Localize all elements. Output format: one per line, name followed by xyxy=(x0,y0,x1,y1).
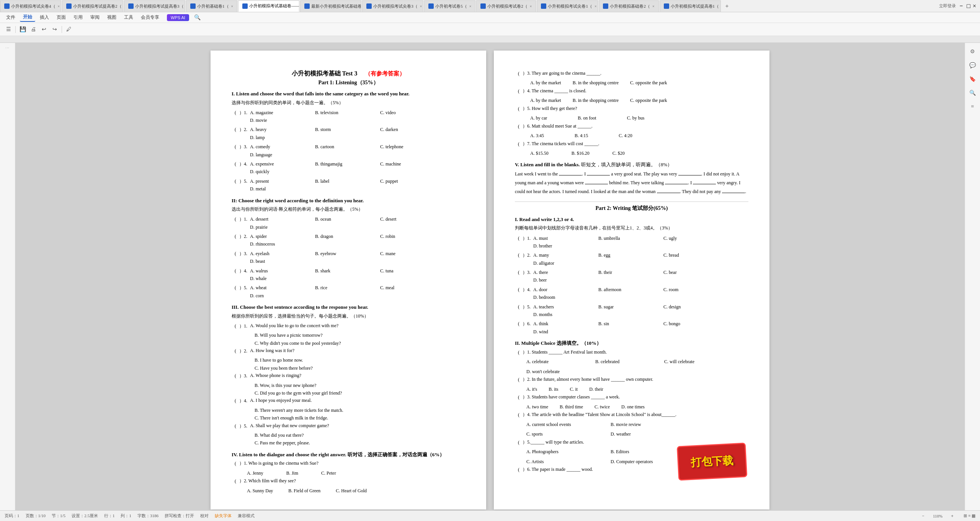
search-icon[interactable]: 🔍 xyxy=(194,14,201,21)
menu-ref[interactable]: 引用 xyxy=(70,13,86,21)
doc-area: 小升初模拟考基础 Test 3 （有参考答案） Part 1: Listenin… xyxy=(15,43,965,517)
sidebar-icon-4[interactable]: 🔍 xyxy=(967,87,978,98)
sidebar-icon-3[interactable]: 🔖 xyxy=(967,74,978,84)
s4-q2: ( ）2. Which film will they see? xyxy=(232,477,465,485)
mc-q2-opts: A. it's B. its C. it D. their xyxy=(526,385,748,394)
status-words: 字数：3186 xyxy=(137,513,158,519)
title-bar: 小升初模拟考试尖卷4（ × 小升初模拟考试提高卷2（ × 小升初模拟考试提高卷3… xyxy=(0,0,980,12)
menu-view[interactable]: 视图 xyxy=(104,13,119,21)
format-painter-icon[interactable]: 🖊 xyxy=(65,26,73,33)
p2-q4-opts: A. by the market B. in the shopping cent… xyxy=(530,97,748,105)
download-badge[interactable]: 打包下载 xyxy=(677,442,747,480)
status-font[interactable]: 缺失字体 xyxy=(215,513,232,519)
page-marker: ⋮ xyxy=(5,46,10,50)
mc-q3: ( ）3. Students have computer classes ___… xyxy=(515,393,748,401)
tab-2[interactable]: 小升初模拟考试提高卷2（ × xyxy=(62,0,123,12)
p2-s1-q6: ( ）6. A. think B. sin C. bongo D. wind xyxy=(515,320,748,336)
status-settings: 设置：2.5厘米 xyxy=(72,513,98,519)
section2-subtitle: 选出与你所听到的词语·释义相符的单词，每小题念两遍。（5%） xyxy=(232,206,465,213)
status-mode[interactable]: 兼容模式 xyxy=(238,513,255,519)
tab-7[interactable]: 小升初模拟考试尖卷3（ × xyxy=(362,0,423,12)
tab-11[interactable]: 小升初模拟基础卷2（ × xyxy=(599,0,658,12)
menu-page[interactable]: 页面 xyxy=(54,13,69,21)
s1-q4: ( ）4. A. expensive B. thingamajig C. mac… xyxy=(232,160,465,176)
p2-section1-subtitle: 判断每组单词中划线部分字母读音有几种，在括号里写上1、2、3或4。（3%） xyxy=(515,224,748,232)
menu-icon[interactable]: ☰ xyxy=(5,26,12,33)
menu-home[interactable]: 开始 xyxy=(20,13,35,22)
mc-q4-opts: A. current school events B. movie review… xyxy=(526,421,748,439)
s3-q3: ( ）3. A. Whose phone is ringing? xyxy=(232,372,465,380)
part1-title: Part 1: Listening（35%） xyxy=(232,79,465,86)
zoom-level: 110% xyxy=(933,514,942,518)
wps-ai-button[interactable]: WPS AI xyxy=(167,14,189,21)
zoom-out-button[interactable]: － xyxy=(921,513,925,519)
menu-review[interactable]: 审阅 xyxy=(87,13,103,21)
sidebar-icon-1[interactable]: ⚙ xyxy=(967,46,978,57)
mc-q1: ( ）1. Students ______ Art Festival last … xyxy=(515,349,748,356)
section2-title: II: Choose the right word according to t… xyxy=(232,197,465,205)
tab-4[interactable]: 小升初基础卷1（ × xyxy=(186,0,237,12)
status-section: 节：1/5 xyxy=(52,513,65,519)
mc-q4: ( ）4. The article with the headline "Tal… xyxy=(515,411,748,419)
status-bar: 页码：1 页数：1/10 节：1/5 设置：2.5厘米 行：1 列：1 字数：3… xyxy=(0,510,980,521)
section3-subtitle: 根据你所听到的应答，选择最恰当的句子。每小题念两遍。（10%） xyxy=(232,313,465,320)
tab-5-active[interactable]: 小升初模拟考试基础卷—— × xyxy=(238,0,299,12)
section1-subtitle: 选择与你所听到的同类的单词，每小题念一遍。（5%） xyxy=(232,99,465,106)
s2-q3: ( ）3. A. eyelash B. eyebrow C. mane D. b… xyxy=(232,250,465,265)
section5-title: V. Listen and fill in the blanks. 听短文，填入… xyxy=(515,161,748,169)
s1-q1: ( ）1. A. magazine B. television C. video… xyxy=(232,109,465,125)
p2-q3-opts: A. by the market B. in the shopping cent… xyxy=(530,79,748,87)
s1-q3: ( ）3. A. comedy B. cartoon C. telephone … xyxy=(232,143,465,159)
zoom-in-button[interactable]: ＋ xyxy=(950,513,954,519)
page1-title: 小升初模拟考基础 Test 3 xyxy=(292,70,358,77)
section3-title: III. Choose the best sentence according … xyxy=(232,303,465,311)
ribbon-tabs: 文件 开始 插入 页面 引用 审阅 视图 工具 会员专享 WPS AI 🔍 xyxy=(0,12,980,23)
tab-10[interactable]: 小升初模拟考试尖卷1（ × xyxy=(537,0,598,12)
answer-label: （有参考答案） xyxy=(365,70,405,77)
view-icons[interactable]: ⊞ ≡ ▦ xyxy=(964,513,975,518)
status-col: 列：1 xyxy=(121,513,131,519)
sidebar-icon-5[interactable]: ≡ xyxy=(967,101,978,112)
s2-q2: ( ）2. A. spider B. dragon C. robin D. rh… xyxy=(232,233,465,248)
sidebar-icon-2[interactable]: 💬 xyxy=(967,60,978,70)
p2-q3: ( ）3. They are going to the cinema _____… xyxy=(515,70,748,77)
section1-title: I. Listen and choose the word that falls… xyxy=(232,90,465,98)
undo-icon[interactable]: ↩ xyxy=(40,26,48,33)
tab-12[interactable]: 小升初模拟考试提高卷1（ × xyxy=(660,0,721,12)
p2-s1-q1: ( ）1. A. must B. umbrella C. ugly D. bro… xyxy=(515,234,748,250)
redo-icon[interactable]: ↪ xyxy=(51,26,59,33)
s3-q1: ( ）1. A. Would you like to go to the con… xyxy=(232,322,465,330)
print-icon[interactable]: 🖨 xyxy=(29,26,37,33)
s3-q2: ( ）2. A. How long was it for? xyxy=(232,347,465,355)
tab-8[interactable]: 小升初考试卷5（ × xyxy=(424,0,475,12)
tab-6[interactable]: 最新小升初模拟考试基础卷5 × xyxy=(300,0,361,12)
login-button[interactable]: 立即登录 xyxy=(939,3,956,9)
s1-q2: ( ）2. A. heavy B. storm C. darken D. lam… xyxy=(232,126,465,141)
menu-tools[interactable]: 工具 xyxy=(121,13,136,21)
status-spell: 拼写检查：打开 xyxy=(165,513,194,519)
s3-q4-bc: B. There weren't any more tickets for th… xyxy=(255,406,465,422)
sep-2 xyxy=(62,26,62,33)
menu-file[interactable]: 文件 xyxy=(3,13,18,21)
tab-9[interactable]: 小升初模拟考试卷2（ × xyxy=(476,0,536,12)
part2-divider: Part 2: Writing 笔试部分(65%) xyxy=(515,202,748,212)
s3-q2-bc: B. I have to go home now. C. Have you be… xyxy=(255,356,465,372)
menu-member[interactable]: 会员专享 xyxy=(138,13,162,21)
toolbar: ☰ 💾 🖨 ↩ ↪ 🖊 xyxy=(0,23,980,36)
p2-s1-q3: ( ）3. A. there B. their C. bear D. beer xyxy=(515,269,748,284)
tab-bar: 小升初模拟考试尖卷4（ × 小升初模拟考试提高卷2（ × 小升初模拟考试提高卷3… xyxy=(0,0,935,12)
tab-1[interactable]: 小升初模拟考试尖卷4（ × xyxy=(0,0,61,12)
p2-q4: ( ）4. The cinema ______ is closed. xyxy=(515,87,748,95)
save-icon[interactable]: 💾 xyxy=(19,26,26,33)
main-area: ⋮ 小升初模拟考基础 Test 3 （有参考答案） Part 1: Listen… xyxy=(0,43,980,517)
menu-insert[interactable]: 插入 xyxy=(37,13,52,21)
s2-q5: ( ）5. A. wheat B. rice C. meal D. corn xyxy=(232,284,465,300)
status-proofread[interactable]: 校对 xyxy=(200,513,209,519)
close-button[interactable]: × xyxy=(973,3,976,10)
tab-3[interactable]: 小升初模拟考试提高卷3（ × xyxy=(124,0,185,12)
new-tab-button[interactable]: ＋ xyxy=(723,2,731,10)
minimize-button[interactable]: － xyxy=(958,2,964,10)
mc-q1-opts: A. celebrate B. celebrated C. will celeb… xyxy=(526,358,748,376)
maximize-button[interactable]: □ xyxy=(967,3,970,10)
p2-s1-q5: ( ）5. A. teachers B. sugar C. design D. … xyxy=(515,303,748,319)
